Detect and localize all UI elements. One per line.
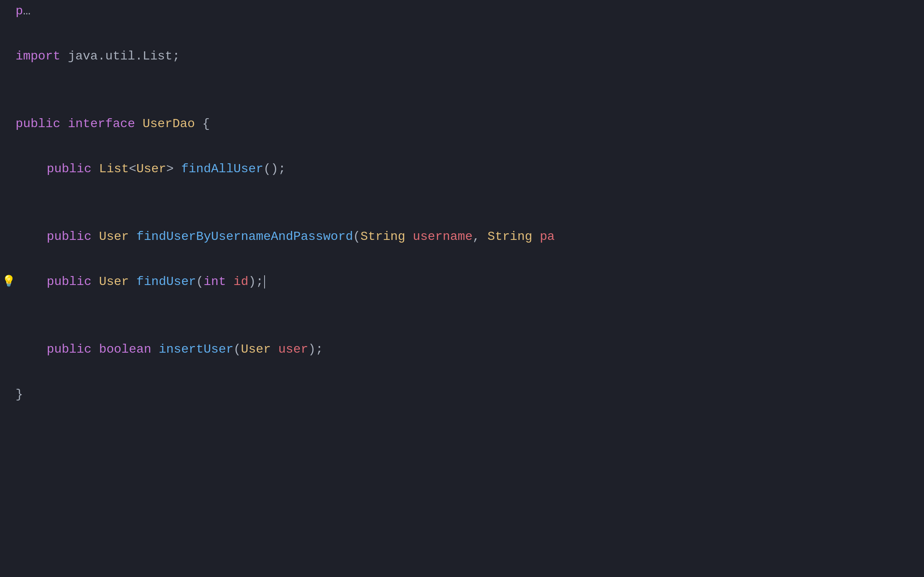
code-line-class-decl: public interface UserDao {	[0, 113, 924, 135]
code-line-empty-10	[0, 406, 924, 428]
keyword-interface: interface	[68, 114, 135, 134]
method-finduserbynameandpassword: findUserByUsernameAndPassword	[136, 227, 353, 247]
code-line-partial: p…	[0, 0, 924, 23]
code-line-empty-5	[0, 203, 924, 226]
type-string-1: String	[361, 227, 405, 247]
code-line-empty-9	[0, 361, 924, 383]
keyword-public-3: public	[47, 272, 91, 292]
code-line-finduser: 💡 public User findUser(int id);	[0, 271, 924, 293]
method-finduser: findUser	[136, 272, 196, 292]
keyword-public: p	[16, 1, 23, 21]
text-cursor	[264, 275, 265, 288]
type-user-4: User	[241, 339, 271, 359]
code-line-empty-14	[0, 496, 924, 519]
keyword-public-1: public	[47, 159, 91, 179]
code-line-empty-after-class	[0, 135, 924, 158]
code-line-empty-12	[0, 451, 924, 474]
code-line-empty-2	[0, 68, 924, 90]
code-line-empty-15	[0, 519, 924, 541]
code-line-empty-4	[0, 180, 924, 203]
method-findalluser: findAllUser	[181, 159, 263, 179]
code-line-import: import java.util.List;	[0, 45, 924, 68]
param-user: user	[278, 339, 308, 359]
type-list: List	[99, 159, 129, 179]
param-username: username	[413, 227, 473, 247]
code-line-empty-3	[0, 90, 924, 113]
type-int: int	[203, 272, 226, 292]
type-boolean: boolean	[99, 339, 151, 359]
keyword-public-interface: public	[16, 114, 60, 134]
type-string-2: String	[487, 227, 532, 247]
param-pa-partial: pa	[540, 227, 554, 247]
method-insertuser: insertUser	[159, 339, 233, 359]
code-line-finduserbynameandpassword: public User findUserByUsernameAndPasswor…	[0, 226, 924, 248]
code-editor: p… import java.util.List; public interfa…	[0, 0, 924, 577]
code-line-empty-7	[0, 293, 924, 316]
code-line-empty-8	[0, 316, 924, 338]
import-path: java.util.List	[68, 46, 172, 66]
code-line-empty-13	[0, 474, 924, 496]
keyword-public-4: public	[47, 339, 91, 359]
code-line-empty-6	[0, 248, 924, 271]
code-line-empty-11	[0, 428, 924, 451]
import-keyword: import	[16, 46, 60, 66]
class-name-userdao: UserDao	[142, 114, 195, 134]
type-user-1: User	[136, 159, 166, 179]
code-line-closing-brace: }	[0, 383, 924, 406]
keyword-public-2: public	[47, 227, 91, 247]
code-line-insertuser: public boolean insertUser(User user);	[0, 338, 924, 361]
code-line-empty-1	[0, 23, 924, 45]
hint-icon: 💡	[2, 273, 16, 291]
code-line-findalluser: public List<User> findAllUser();	[0, 158, 924, 180]
type-user-3: User	[99, 272, 129, 292]
closing-brace: }	[16, 385, 23, 404]
param-id: id	[233, 272, 248, 292]
type-user-2: User	[99, 227, 129, 247]
